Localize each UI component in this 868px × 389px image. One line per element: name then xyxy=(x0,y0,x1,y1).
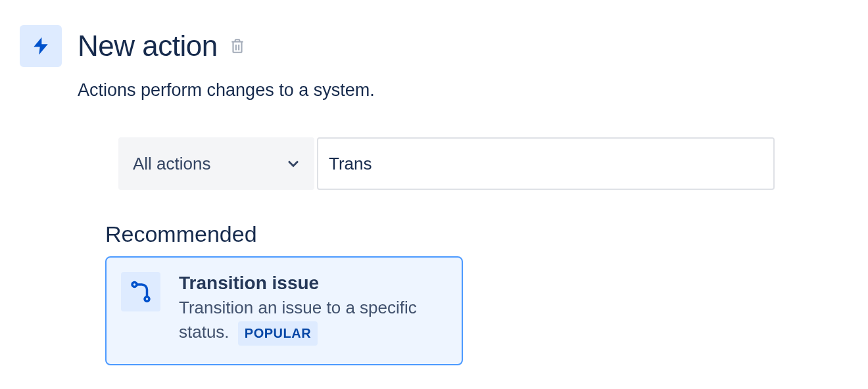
popular-badge: POPULAR xyxy=(238,321,318,346)
card-description: Transition an issue to a specific status… xyxy=(179,296,446,346)
transition-icon xyxy=(128,279,153,304)
card-icon xyxy=(121,272,160,311)
page-subtitle: Actions perform changes to a system. xyxy=(78,80,848,101)
action-type-icon xyxy=(20,25,62,67)
page-title: New action xyxy=(78,30,218,62)
delete-button[interactable] xyxy=(228,37,247,55)
chevron-down-icon xyxy=(284,154,302,173)
search-input[interactable] xyxy=(317,137,775,190)
lightning-icon xyxy=(30,35,51,57)
card-title: Transition issue xyxy=(179,272,446,294)
trash-icon xyxy=(229,37,246,55)
dropdown-label: All actions xyxy=(133,154,211,174)
recommended-heading: Recommended xyxy=(105,221,848,247)
category-dropdown[interactable]: All actions xyxy=(118,137,314,190)
action-card-transition-issue[interactable]: Transition issue Transition an issue to … xyxy=(105,256,463,365)
